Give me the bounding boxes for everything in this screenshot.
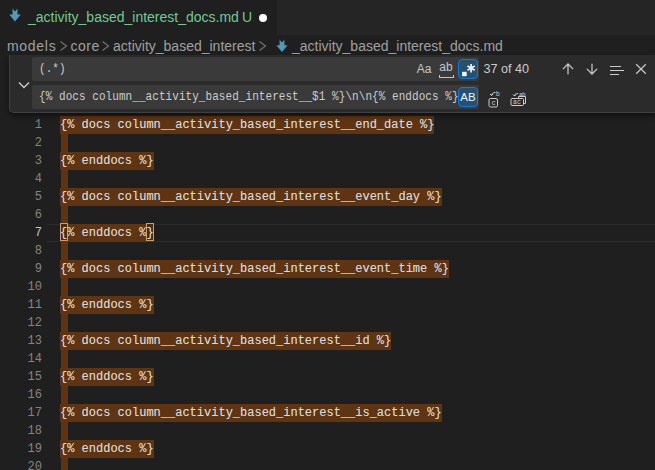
- svg-text:c: c: [492, 99, 496, 107]
- svg-text:ac: ac: [513, 99, 521, 106]
- svg-text:b: b: [496, 91, 500, 97]
